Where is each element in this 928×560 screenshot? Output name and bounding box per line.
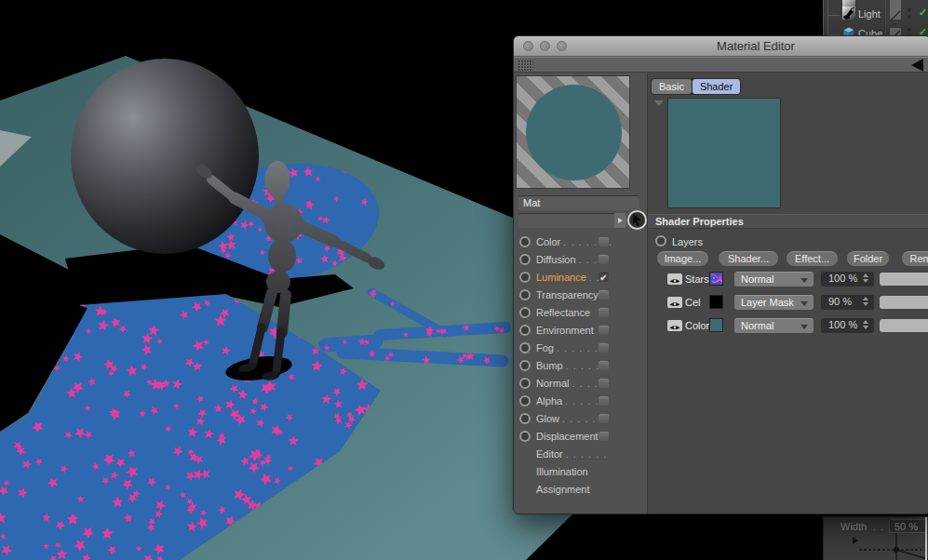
layer-swatch[interactable] <box>890 8 901 20</box>
channel-row-luminance[interactable]: Luminance. .✔ <box>514 269 648 287</box>
eye-icon[interactable] <box>667 320 682 331</box>
eye-icon[interactable] <box>667 297 682 308</box>
channel-radio[interactable] <box>519 325 531 336</box>
tab-shader[interactable]: Shader <box>693 79 740 94</box>
channel-row-fog[interactable]: Fog. . . . . . . <box>514 340 648 357</box>
channel-radio[interactable] <box>519 360 531 371</box>
channel-radio[interactable] <box>519 413 531 424</box>
spline-point[interactable] <box>894 547 899 553</box>
channel-row-editor[interactable]: Editor. . . . . . <box>514 446 648 463</box>
channel-checkbox[interactable] <box>598 396 609 406</box>
layers-radio[interactable] <box>655 235 666 247</box>
visibility-dot[interactable] <box>908 28 911 32</box>
pick-material-button[interactable] <box>627 210 647 230</box>
cursor-arrow-icon <box>629 212 645 228</box>
minimize-button[interactable] <box>540 41 550 51</box>
blend-mode-select[interactable]: Layer Mask <box>734 295 814 310</box>
channel-row-displacement[interactable]: Displacement <box>514 428 648 446</box>
blend-mode-select[interactable]: Normal <box>734 318 814 333</box>
channel-radio[interactable] <box>519 395 531 407</box>
channel-row-glow[interactable]: Glow. . . . . . <box>514 410 648 428</box>
channel-row-diffusion[interactable]: Diffusion. . . . <box>514 251 648 269</box>
channel-radio[interactable] <box>519 254 531 265</box>
channel-checkbox[interactable] <box>598 361 609 370</box>
channel-label: Transparency <box>536 289 601 300</box>
blend-mode-select[interactable]: Normal <box>734 272 814 287</box>
enabled-check-icon[interactable]: ✓ <box>919 7 927 19</box>
effect-button[interactable]: Effect... <box>787 251 838 266</box>
render-dot[interactable] <box>908 15 911 19</box>
channel-radio[interactable] <box>519 378 531 389</box>
channel-label: Diffusion. . . . <box>536 254 605 265</box>
opacity-field[interactable]: 100 % <box>821 272 874 287</box>
layer-row-cel[interactable]: CelLayer Mask90 % <box>648 295 928 310</box>
window-titlebar[interactable]: Material Editor <box>514 36 928 57</box>
channel-checkbox[interactable] <box>598 379 609 388</box>
layer-thumbnail[interactable] <box>709 295 723 309</box>
channel-row-environment[interactable]: Environment <box>514 322 648 340</box>
image-button[interactable]: Image... <box>657 251 708 266</box>
light-icon[interactable] <box>842 7 855 20</box>
collapse-arrow-icon[interactable] <box>911 59 923 72</box>
zoom-button[interactable] <box>557 41 567 51</box>
channel-checkbox[interactable] <box>598 343 609 353</box>
opacity-slider[interactable] <box>880 273 928 286</box>
channel-radio[interactable] <box>519 307 531 318</box>
tree-branch <box>827 15 840 16</box>
channel-radio[interactable] <box>519 342 531 353</box>
leader-dots: . . . . . . <box>566 448 608 460</box>
channel-checkbox[interactable] <box>598 326 609 335</box>
object-label[interactable]: Light <box>858 8 881 20</box>
channel-list: Color. . . . . . .Diffusion. . . .Lumina… <box>514 233 648 499</box>
channel-radio[interactable] <box>519 431 531 442</box>
channel-checkbox[interactable]: ✔ <box>598 273 609 282</box>
layer-thumbnail[interactable] <box>709 272 723 286</box>
width-curve-panel: Width . . 50 % <box>823 516 928 560</box>
channel-radio[interactable] <box>519 289 531 300</box>
layer-buttons-row: Image...Shader...Effect...FolderRemove <box>648 251 928 266</box>
visibility-dot[interactable] <box>908 8 911 12</box>
object-row-light[interactable]: Light ✓ <box>824 6 928 24</box>
channel-row-illumination[interactable]: Illumination <box>514 463 648 481</box>
channel-checkbox[interactable] <box>598 432 609 441</box>
channel-checkbox[interactable] <box>598 237 609 247</box>
channel-row-assignment[interactable]: Assignment <box>514 481 648 499</box>
texture-field[interactable] <box>518 213 614 228</box>
material-name-field[interactable]: Mat <box>518 195 639 210</box>
close-button[interactable] <box>523 41 533 51</box>
drag-grip[interactable] <box>518 60 533 71</box>
channel-checkbox[interactable] <box>598 308 609 317</box>
tab-basic[interactable]: Basic <box>652 79 692 94</box>
channel-row-reflectance[interactable]: Reflectance <box>514 304 648 322</box>
channel-row-bump[interactable]: Bump. . . . . . <box>514 357 648 375</box>
opacity-field[interactable]: 90 % <box>821 295 874 310</box>
folder-button[interactable]: Folder <box>847 251 889 266</box>
remove-button[interactable]: Remove <box>902 251 928 266</box>
eye-icon[interactable] <box>667 273 682 285</box>
channel-label: Illumination <box>536 466 591 477</box>
channel-label: Normal. . . . . <box>536 378 606 389</box>
layer-row-stars[interactable]: StarsNormal100 % <box>648 272 928 287</box>
layer-row-color[interactable]: ColorNormal100 % <box>648 318 928 333</box>
spline-editor[interactable] <box>824 517 928 560</box>
channel-checkbox[interactable] <box>598 290 609 300</box>
channel-row-normal[interactable]: Normal. . . . . <box>514 375 648 393</box>
channel-checkbox[interactable] <box>598 414 609 423</box>
opacity-field[interactable]: 100 % <box>821 318 874 333</box>
material-preview[interactable] <box>516 75 630 189</box>
channel-radio[interactable] <box>519 272 531 283</box>
window-title: Material Editor <box>700 39 812 53</box>
channel-row-transparency[interactable]: Transparency <box>514 287 648 304</box>
chevron-down-icon[interactable] <box>654 100 664 106</box>
shader-color-swatch[interactable] <box>667 98 781 208</box>
opacity-slider[interactable] <box>880 319 928 332</box>
texture-popup-button[interactable] <box>614 213 626 228</box>
channel-label: Environment <box>536 325 597 336</box>
channel-checkbox[interactable] <box>598 255 609 264</box>
opacity-slider[interactable] <box>880 296 928 309</box>
channel-row-color[interactable]: Color. . . . . . . <box>514 233 648 251</box>
layer-thumbnail[interactable] <box>709 318 723 332</box>
channel-radio[interactable] <box>519 236 531 247</box>
shader-button[interactable]: Shader... <box>719 251 778 266</box>
channel-row-alpha[interactable]: Alpha. . . . . . <box>514 393 648 410</box>
